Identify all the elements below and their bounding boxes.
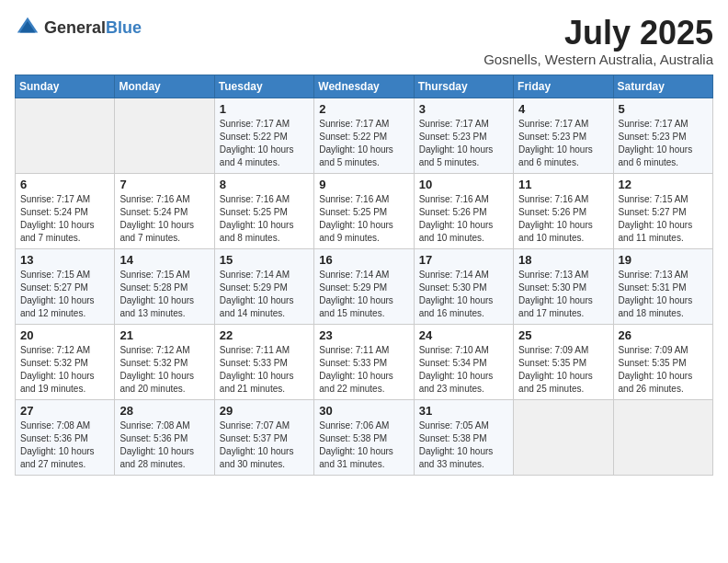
logo-icon bbox=[15, 15, 40, 40]
day-info: Sunrise: 7:12 AM Sunset: 5:32 PM Dayligh… bbox=[20, 344, 109, 396]
calendar-cell: 12Sunrise: 7:15 AM Sunset: 5:27 PM Dayli… bbox=[613, 173, 712, 248]
day-number: 22 bbox=[220, 328, 309, 342]
day-number: 10 bbox=[419, 178, 508, 191]
day-number: 17 bbox=[419, 253, 508, 267]
calendar-week-row: 13Sunrise: 7:15 AM Sunset: 5:27 PM Dayli… bbox=[16, 248, 713, 324]
calendar-cell: 13Sunrise: 7:15 AM Sunset: 5:27 PM Dayli… bbox=[16, 248, 115, 324]
day-number: 18 bbox=[518, 253, 608, 267]
calendar-cell: 16Sunrise: 7:14 AM Sunset: 5:29 PM Dayli… bbox=[314, 248, 414, 324]
day-number: 14 bbox=[119, 253, 209, 267]
calendar-cell bbox=[16, 98, 115, 173]
day-number: 29 bbox=[220, 404, 309, 418]
day-info: Sunrise: 7:09 AM Sunset: 5:35 PM Dayligh… bbox=[518, 344, 608, 396]
month-title: July 2025 bbox=[483, 15, 713, 52]
calendar-cell: 30Sunrise: 7:06 AM Sunset: 5:38 PM Dayli… bbox=[314, 399, 414, 475]
calendar-cell: 10Sunrise: 7:16 AM Sunset: 5:26 PM Dayli… bbox=[414, 173, 513, 248]
location-title: Gosnells, Western Australia, Australia bbox=[483, 52, 713, 67]
day-info: Sunrise: 7:09 AM Sunset: 5:35 PM Dayligh… bbox=[619, 344, 708, 396]
day-number: 20 bbox=[20, 328, 109, 342]
day-info: Sunrise: 7:14 AM Sunset: 5:29 PM Dayligh… bbox=[220, 269, 309, 320]
calendar-week-row: 27Sunrise: 7:08 AM Sunset: 5:36 PM Dayli… bbox=[16, 399, 713, 475]
day-number: 21 bbox=[119, 328, 209, 342]
day-number: 25 bbox=[518, 328, 608, 342]
day-info: Sunrise: 7:08 AM Sunset: 5:36 PM Dayligh… bbox=[119, 419, 209, 471]
day-info: Sunrise: 7:14 AM Sunset: 5:30 PM Dayligh… bbox=[419, 269, 508, 320]
day-number: 16 bbox=[319, 253, 408, 267]
day-info: Sunrise: 7:17 AM Sunset: 5:24 PM Dayligh… bbox=[20, 193, 109, 245]
day-info: Sunrise: 7:17 AM Sunset: 5:22 PM Dayligh… bbox=[220, 118, 309, 169]
calendar-cell: 11Sunrise: 7:16 AM Sunset: 5:26 PM Dayli… bbox=[514, 173, 613, 248]
day-number: 28 bbox=[119, 404, 209, 418]
day-number: 5 bbox=[619, 102, 708, 116]
day-info: Sunrise: 7:10 AM Sunset: 5:34 PM Dayligh… bbox=[419, 344, 508, 396]
day-number: 7 bbox=[119, 178, 209, 191]
calendar-cell: 21Sunrise: 7:12 AM Sunset: 5:32 PM Dayli… bbox=[115, 324, 214, 399]
calendar-cell: 8Sunrise: 7:16 AM Sunset: 5:25 PM Daylig… bbox=[214, 173, 313, 248]
day-number: 13 bbox=[20, 253, 109, 267]
calendar-body: 1Sunrise: 7:17 AM Sunset: 5:22 PM Daylig… bbox=[16, 98, 713, 475]
day-info: Sunrise: 7:15 AM Sunset: 5:28 PM Dayligh… bbox=[119, 269, 209, 320]
weekday-header: Tuesday bbox=[214, 75, 313, 98]
calendar-cell: 15Sunrise: 7:14 AM Sunset: 5:29 PM Dayli… bbox=[214, 248, 313, 324]
calendar-week-row: 20Sunrise: 7:12 AM Sunset: 5:32 PM Dayli… bbox=[16, 324, 713, 399]
page-header: GeneralBlue July 2025 Gosnells, Western … bbox=[15, 15, 713, 67]
calendar-cell: 18Sunrise: 7:13 AM Sunset: 5:30 PM Dayli… bbox=[514, 248, 613, 324]
calendar-cell: 17Sunrise: 7:14 AM Sunset: 5:30 PM Dayli… bbox=[414, 248, 513, 324]
calendar-header-row: SundayMondayTuesdayWednesdayThursdayFrid… bbox=[16, 75, 713, 98]
day-info: Sunrise: 7:16 AM Sunset: 5:26 PM Dayligh… bbox=[518, 193, 608, 245]
day-number: 8 bbox=[220, 178, 309, 191]
day-number: 23 bbox=[319, 328, 408, 342]
day-number: 6 bbox=[20, 178, 109, 191]
day-number: 27 bbox=[20, 404, 109, 418]
day-number: 11 bbox=[518, 178, 608, 191]
calendar-cell: 22Sunrise: 7:11 AM Sunset: 5:33 PM Dayli… bbox=[214, 324, 313, 399]
day-number: 1 bbox=[220, 102, 309, 116]
calendar-cell: 3Sunrise: 7:17 AM Sunset: 5:23 PM Daylig… bbox=[414, 98, 513, 173]
calendar-week-row: 1Sunrise: 7:17 AM Sunset: 5:22 PM Daylig… bbox=[16, 98, 713, 173]
day-number: 30 bbox=[319, 404, 408, 418]
calendar-cell bbox=[514, 399, 613, 475]
day-info: Sunrise: 7:11 AM Sunset: 5:33 PM Dayligh… bbox=[220, 344, 309, 396]
weekday-header: Monday bbox=[115, 75, 214, 98]
calendar-cell: 24Sunrise: 7:10 AM Sunset: 5:34 PM Dayli… bbox=[414, 324, 513, 399]
day-info: Sunrise: 7:15 AM Sunset: 5:27 PM Dayligh… bbox=[20, 269, 109, 320]
logo-text: GeneralBlue bbox=[44, 18, 142, 38]
calendar-cell: 9Sunrise: 7:16 AM Sunset: 5:25 PM Daylig… bbox=[314, 173, 414, 248]
day-info: Sunrise: 7:13 AM Sunset: 5:30 PM Dayligh… bbox=[518, 269, 608, 320]
day-number: 24 bbox=[419, 328, 508, 342]
weekday-header: Wednesday bbox=[314, 75, 414, 98]
calendar-cell: 20Sunrise: 7:12 AM Sunset: 5:32 PM Dayli… bbox=[16, 324, 115, 399]
weekday-header: Thursday bbox=[414, 75, 513, 98]
day-info: Sunrise: 7:17 AM Sunset: 5:23 PM Dayligh… bbox=[619, 118, 708, 169]
day-number: 15 bbox=[220, 253, 309, 267]
day-info: Sunrise: 7:12 AM Sunset: 5:32 PM Dayligh… bbox=[119, 344, 209, 396]
calendar-cell: 26Sunrise: 7:09 AM Sunset: 5:35 PM Dayli… bbox=[613, 324, 712, 399]
day-number: 26 bbox=[619, 328, 708, 342]
day-number: 31 bbox=[419, 404, 508, 418]
day-info: Sunrise: 7:17 AM Sunset: 5:23 PM Dayligh… bbox=[518, 118, 608, 169]
day-number: 9 bbox=[319, 178, 408, 191]
calendar-cell bbox=[613, 399, 712, 475]
calendar-week-row: 6Sunrise: 7:17 AM Sunset: 5:24 PM Daylig… bbox=[16, 173, 713, 248]
calendar-cell: 7Sunrise: 7:16 AM Sunset: 5:24 PM Daylig… bbox=[115, 173, 214, 248]
day-info: Sunrise: 7:14 AM Sunset: 5:29 PM Dayligh… bbox=[319, 269, 408, 320]
calendar-cell: 1Sunrise: 7:17 AM Sunset: 5:22 PM Daylig… bbox=[214, 98, 313, 173]
calendar-cell: 6Sunrise: 7:17 AM Sunset: 5:24 PM Daylig… bbox=[16, 173, 115, 248]
calendar-cell: 23Sunrise: 7:11 AM Sunset: 5:33 PM Dayli… bbox=[314, 324, 414, 399]
day-info: Sunrise: 7:15 AM Sunset: 5:27 PM Dayligh… bbox=[619, 193, 708, 245]
day-info: Sunrise: 7:05 AM Sunset: 5:38 PM Dayligh… bbox=[419, 419, 508, 471]
day-number: 4 bbox=[518, 102, 608, 116]
day-info: Sunrise: 7:16 AM Sunset: 5:26 PM Dayligh… bbox=[419, 193, 508, 245]
day-number: 3 bbox=[419, 102, 508, 116]
day-info: Sunrise: 7:11 AM Sunset: 5:33 PM Dayligh… bbox=[319, 344, 408, 396]
day-number: 12 bbox=[619, 178, 708, 191]
calendar-cell: 29Sunrise: 7:07 AM Sunset: 5:37 PM Dayli… bbox=[214, 399, 313, 475]
calendar-cell: 31Sunrise: 7:05 AM Sunset: 5:38 PM Dayli… bbox=[414, 399, 513, 475]
day-info: Sunrise: 7:07 AM Sunset: 5:37 PM Dayligh… bbox=[220, 419, 309, 471]
calendar-cell bbox=[115, 98, 214, 173]
day-info: Sunrise: 7:16 AM Sunset: 5:24 PM Dayligh… bbox=[119, 193, 209, 245]
logo: GeneralBlue bbox=[15, 15, 142, 40]
calendar-table: SundayMondayTuesdayWednesdayThursdayFrid… bbox=[15, 75, 713, 476]
day-info: Sunrise: 7:16 AM Sunset: 5:25 PM Dayligh… bbox=[319, 193, 408, 245]
day-info: Sunrise: 7:06 AM Sunset: 5:38 PM Dayligh… bbox=[319, 419, 408, 471]
